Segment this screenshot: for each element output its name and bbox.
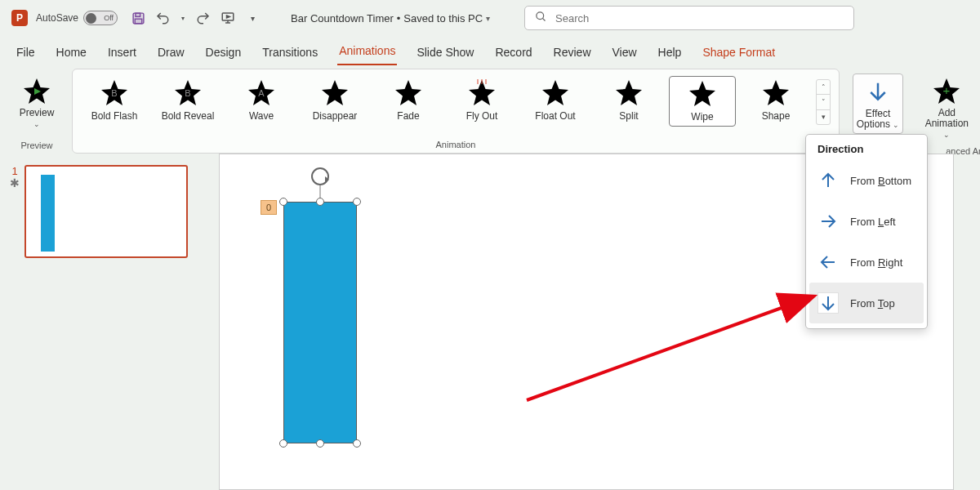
slide-thumbnail-1[interactable] [24, 165, 188, 258]
tab-record[interactable]: Record [493, 41, 533, 65]
anim-label: Disappear [313, 110, 358, 122]
search-icon [535, 11, 547, 25]
search-bar[interactable] [524, 6, 854, 30]
anim-split[interactable]: Split [595, 76, 662, 125]
filename-text: Bar Countdown Timer [291, 12, 394, 24]
svg-text:+: + [943, 83, 951, 97]
tab-home[interactable]: Home [55, 41, 88, 65]
arrow-up-icon [817, 170, 839, 191]
resize-handle-br[interactable] [353, 439, 361, 448]
direction-label: From Top [850, 297, 895, 310]
present-from-start-icon[interactable] [220, 11, 235, 25]
anim-label: Split [619, 110, 638, 122]
app-icon: P [11, 10, 28, 26]
qat-overflow-icon[interactable]: ▾ [245, 11, 260, 25]
preview-button[interactable]: Preview ⌄ [12, 74, 61, 131]
direction-from-right[interactable]: From Right [809, 242, 924, 283]
save-icon[interactable] [131, 11, 145, 25]
arrow-down-icon [866, 78, 890, 107]
direction-label: From Bottom [850, 175, 911, 187]
document-title[interactable]: Bar Countdown Timer • Saved to this PC ▾ [291, 12, 490, 24]
arrow-left-icon [817, 252, 839, 273]
resize-handle-t[interactable] [316, 198, 324, 206]
add-animation-label: Add Animation ⌄ [920, 108, 973, 140]
autosave-label: AutoSave [36, 12, 78, 24]
direction-label: From Right [850, 256, 902, 269]
anim-label: Fly Out [466, 110, 498, 122]
svg-rect-2 [135, 19, 142, 24]
anim-shape[interactable]: Shape [742, 76, 809, 125]
gallery-expand-icon[interactable]: ▾ [817, 110, 830, 124]
effect-options-button[interactable]: Effect Options ⌄ [853, 74, 903, 134]
scroll-down-icon[interactable]: ˅ [817, 95, 830, 109]
arrow-down-icon [817, 292, 839, 314]
search-input[interactable] [555, 12, 844, 24]
autosave-state: Off [104, 14, 114, 22]
svg-text:A: A [258, 88, 265, 98]
anim-fly-out[interactable]: Fly Out [448, 76, 515, 125]
slide-number: 1 [11, 165, 17, 177]
anim-bold-flash[interactable]: B Bold Flash [81, 76, 148, 125]
group-animation: B Bold Flash B Bold Reveal A Wave Disapp… [72, 69, 840, 154]
scroll-up-icon[interactable]: ˄ [817, 80, 830, 95]
resize-handle-tr[interactable] [353, 198, 361, 206]
preview-label: Preview [20, 108, 55, 118]
anim-fade[interactable]: Fade [375, 76, 442, 125]
direction-from-left[interactable]: From Left [809, 201, 924, 242]
preview-star-icon [23, 77, 51, 106]
svg-line-5 [542, 18, 545, 20]
direction-label: From Left [850, 216, 896, 228]
arrow-right-icon [817, 211, 839, 232]
rotate-handle[interactable] [311, 167, 329, 185]
resize-handle-b[interactable] [316, 439, 324, 448]
tab-slide-show[interactable]: Slide Show [415, 41, 475, 65]
tab-view[interactable]: View [611, 41, 639, 65]
chevron-down-icon: ⌄ [33, 120, 40, 128]
effect-options-label: Effect Options ⌄ [855, 109, 901, 130]
tab-review[interactable]: Review [552, 41, 593, 65]
tab-transitions[interactable]: Transitions [261, 41, 319, 65]
anim-float-out[interactable]: Float Out [522, 76, 589, 125]
add-animation-star-icon: + [933, 77, 960, 106]
anim-wave[interactable]: A Wave [228, 76, 295, 125]
anim-bold-reveal[interactable]: B Bold Reveal [154, 76, 221, 125]
undo-dropdown-icon[interactable]: ▾ [180, 11, 186, 25]
svg-text:B: B [111, 88, 117, 98]
tab-insert[interactable]: Insert [106, 41, 138, 65]
thumb-shape [41, 175, 55, 252]
resize-handle-bl[interactable] [279, 439, 287, 448]
effect-options-dropdown: Direction From Bottom From Left From Rig… [805, 134, 928, 329]
quick-access-toolbar: ▾ ▾ [131, 11, 260, 25]
autosave-control[interactable]: AutoSave Off [36, 11, 118, 25]
tab-shape-format[interactable]: Shape Format [701, 41, 777, 65]
ribbon-tabs: File Home Insert Draw Design Transitions… [0, 36, 980, 65]
selected-shape[interactable]: 0 [283, 202, 357, 443]
animation-gallery-scroll[interactable]: ˄ ˅ ▾ [816, 79, 831, 125]
rectangle-shape[interactable] [283, 202, 357, 443]
effect-options-heading: Direction [809, 141, 924, 160]
animation-marker-icon: ✱ [10, 177, 20, 189]
anim-label: Wipe [691, 111, 713, 122]
svg-point-4 [537, 12, 544, 20]
anim-disappear[interactable]: Disappear [301, 76, 368, 125]
group-label-animation: Animation [436, 137, 476, 153]
svg-rect-1 [136, 13, 140, 16]
autosave-toggle[interactable]: Off [83, 11, 118, 25]
svg-text:B: B [185, 88, 190, 98]
group-preview: Preview ⌄ Preview [8, 69, 65, 154]
resize-handle-tl[interactable] [279, 198, 287, 206]
redo-icon[interactable] [196, 11, 211, 25]
add-animation-button[interactable]: + Add Animation ⌄ [919, 74, 974, 144]
tab-design[interactable]: Design [204, 41, 243, 65]
direction-from-top[interactable]: From Top [809, 283, 924, 323]
animation-order-tag[interactable]: 0 [261, 200, 277, 215]
tab-help[interactable]: Help [657, 41, 684, 65]
tab-file[interactable]: File [15, 41, 37, 65]
tab-draw[interactable]: Draw [156, 41, 186, 65]
chevron-down-icon: ▾ [486, 14, 490, 23]
save-status-text: Saved to this PC [403, 12, 483, 24]
anim-wipe[interactable]: Wipe [669, 76, 736, 127]
tab-animations[interactable]: Animations [337, 39, 397, 65]
direction-from-bottom[interactable]: From Bottom [809, 160, 924, 201]
undo-icon[interactable] [155, 11, 170, 25]
